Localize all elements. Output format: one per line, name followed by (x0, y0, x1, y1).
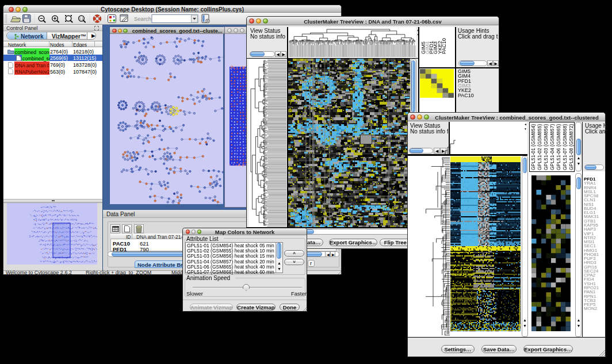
svg-text:1:1: 1:1 (79, 17, 83, 20)
svg-text:Search:: Search: (134, 16, 153, 22)
